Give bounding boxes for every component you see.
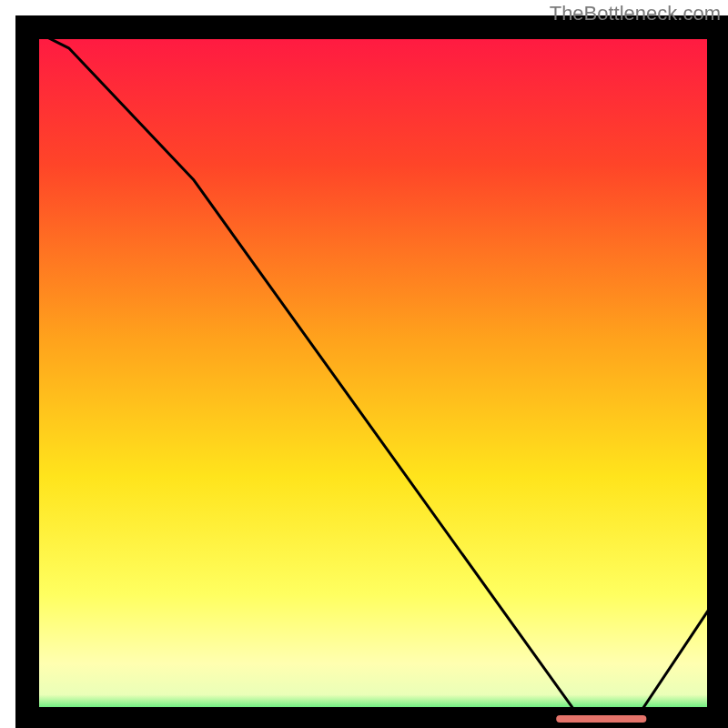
plot-area [27, 27, 719, 719]
gradient-background [27, 27, 719, 719]
attribution-text: TheBottleneck.com [550, 2, 721, 25]
chart-canvas [0, 0, 728, 728]
